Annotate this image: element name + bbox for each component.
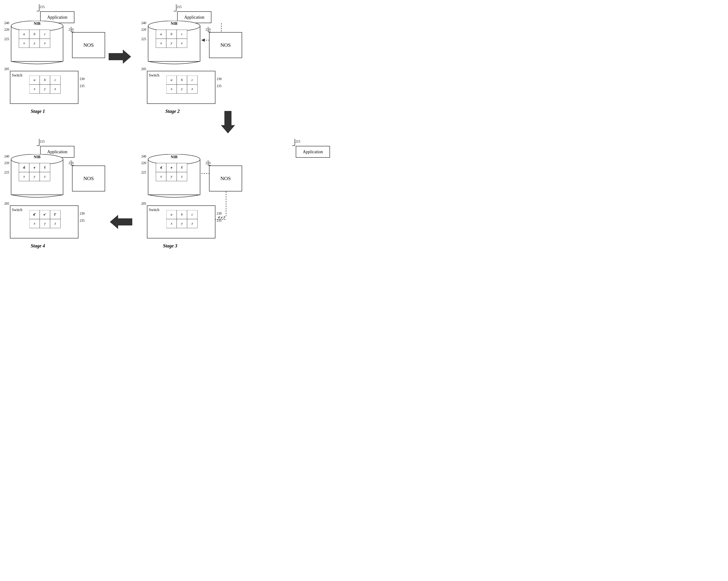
nib-cylinder-s2: NIB a b c x y z [147,21,201,64]
stage-1-label: Stage 1 [31,109,45,114]
svg-text:c: c [181,32,183,36]
ref-240-s4: 240 [4,155,9,159]
svg-text:z: z [54,87,56,91]
ref-205-s4: 205 [4,202,9,205]
svg-text:b: b [171,32,173,36]
ref-225-s4: 225 [4,171,9,174]
svg-text:x: x [33,87,35,91]
svg-text:b: b [181,78,183,82]
svg-text:c: c [44,32,46,36]
ref-215-s1: 215 [40,5,45,9]
nib-cylinder-s1: NIB a b c x y z [10,21,64,64]
nos-label-s2: NOS [220,42,231,48]
svg-marker-46 [201,38,205,42]
svg-text:a: a [160,32,162,36]
arrow-s2-to-s3 [221,111,235,135]
svg-text:NIB: NIB [171,22,178,26]
ref-240-s3: 240 [141,155,146,159]
svg-text:a: a [171,213,173,216]
svg-text:e': e' [44,213,46,216]
ref-220-s3: 220 [141,161,146,165]
svg-marker-60 [221,111,235,133]
nos-box-s4: NOS [72,166,105,191]
stage-2-label: Stage 2 [165,109,180,114]
nos-box-s2: NOS [209,32,242,58]
stage-4-label: Stage 4 [31,243,45,249]
app-label-s4: Application [47,149,67,155]
svg-text:x: x [23,41,25,45]
svg-text:f': f' [54,213,56,216]
ref-220-s1: 220 [4,28,9,32]
ref-220-s4: 220 [4,161,9,165]
svg-text:z: z [44,174,46,178]
app-box-s3: Application [296,146,330,158]
ref-215-s2: 215 [177,5,182,9]
svg-text:c: c [191,78,193,82]
svg-text:a: a [23,32,25,36]
dashed-nos-switch-s3 [226,191,227,217]
svg-text:b: b [44,78,46,82]
switch-box-s3: Switch a b c x y z 230 235 [147,205,215,239]
app-label-s2: Application [184,15,204,20]
svg-text:x: x [33,221,35,225]
ref-220-s2: 220 [141,28,146,32]
svg-text:x: x [171,87,173,91]
ref-205-s3: 205 [141,202,146,205]
nos-label-s3: NOS [220,175,231,182]
ref-240-s2: 240 [141,21,146,25]
svg-text:y: y [44,87,46,91]
svg-text:y: y [44,221,46,225]
ref-225-s2: 225 [141,37,146,41]
switch-box-s1: Switch a b c x y z 230 235 [10,71,78,104]
svg-text:x: x [160,41,162,45]
nos-label-s1: NOS [83,42,94,48]
nos-box-s1: NOS [72,32,105,58]
svg-text:e: e [34,166,35,169]
svg-text:z: z [181,174,183,178]
svg-text:b: b [181,213,183,216]
switch-box-s2: Switch a b c x y z 230 235 [147,71,215,104]
ref-215-s3: 215 [295,140,300,143]
nib-cylinder-s3: NIB d e f x y z [147,154,201,198]
svg-text:y: y [33,41,35,45]
ref-225-s3: 225 [141,171,146,174]
svg-text:NIB: NIB [34,22,41,26]
ref-215-s4: 215 [40,140,45,143]
svg-text:a: a [33,78,35,82]
switch-box-s4: Switch d' e' f' x y z 230 235 [10,205,78,239]
nos-box-s3: NOS [209,166,242,191]
svg-text:z: z [181,41,183,45]
svg-text:b: b [33,32,35,36]
diagram-container: 215 Application 240 220 225 NIB a b c x … [0,0,364,290]
svg-text:z: z [54,221,56,225]
svg-text:c: c [55,78,56,82]
svg-text:c: c [191,213,193,216]
svg-marker-27 [109,50,131,64]
svg-text:y: y [181,87,183,91]
svg-text:x: x [171,221,173,225]
svg-text:a: a [171,78,173,82]
svg-text:y: y [33,174,35,178]
svg-text:x: x [23,174,25,178]
svg-text:x: x [160,174,162,178]
svg-text:d: d [23,166,25,169]
svg-text:NIB: NIB [34,155,41,159]
svg-text:d': d' [33,213,36,216]
ref-205-s1: 205 [4,67,9,71]
stage-3-label: Stage 3 [163,243,177,249]
svg-text:y: y [170,174,173,178]
arrow-s3-to-s4 [109,215,132,229]
nib-cylinder-s4: NIB d e f x y z [10,154,64,198]
svg-text:y: y [181,221,183,225]
svg-marker-94 [110,215,132,229]
app-label-s3: Application [303,149,323,155]
svg-text:e: e [171,166,173,169]
arrow-s1-to-s2 [109,50,132,64]
svg-text:y: y [170,41,173,45]
svg-text:z: z [191,87,193,91]
app-label-s1: Application [47,15,67,20]
svg-text:z: z [191,221,193,225]
ref-205-s2: 205 [141,67,146,71]
svg-text:z: z [44,41,46,45]
svg-text:NIB: NIB [171,155,178,159]
